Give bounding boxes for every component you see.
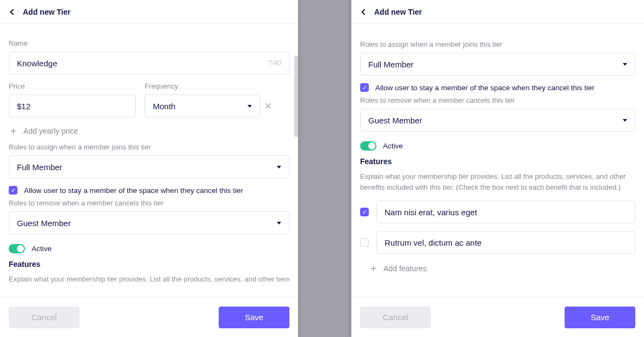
active-label: Active — [32, 245, 52, 253]
cancel-button[interactable]: Cancel — [9, 307, 79, 328]
plus-icon: ＋ — [9, 126, 18, 135]
name-input[interactable] — [17, 59, 269, 68]
add-yearly-price[interactable]: ＋ Add yearly price — [9, 126, 289, 135]
allow-stay-row: ✓ Allow user to stay a member of the spa… — [360, 83, 635, 92]
back-icon[interactable] — [10, 9, 16, 15]
name-input-wrap: 7/40 — [9, 52, 289, 74]
frequency-label: Frequency — [145, 82, 272, 90]
roles-assign-select[interactable]: Full Member — [9, 155, 289, 178]
form-body: Roles to assign when a member joins this… — [351, 24, 644, 297]
allow-stay-checkbox[interactable]: ✓ — [9, 186, 17, 195]
clear-frequency-icon[interactable]: ✕ — [264, 101, 272, 112]
price-label: Price — [9, 82, 136, 90]
header: Add new Tier — [0, 0, 298, 24]
price-input-wrap — [9, 95, 136, 117]
roles-assign-value: Full Member — [17, 163, 62, 172]
right-panel: Add new Tier Roles to assign when a memb… — [351, 0, 644, 337]
scroll-fade — [0, 279, 298, 297]
active-label: Active — [383, 142, 403, 150]
roles-assign-select[interactable]: Full Member — [360, 53, 635, 76]
allow-stay-label: Allow user to stay a member of the space… — [375, 84, 595, 92]
check-icon: ✓ — [11, 188, 16, 194]
feature-row: Rutrum vel, dictum ac ante — [360, 231, 635, 254]
active-toggle[interactable] — [360, 141, 376, 151]
roles-assign-label: Roles to assign when a member joins this… — [9, 143, 289, 151]
check-icon: ✓ — [362, 209, 367, 215]
page-title: Add new Tier — [23, 8, 71, 16]
name-counter: 7/40 — [269, 59, 281, 67]
feature-checkbox[interactable] — [360, 238, 369, 247]
roles-remove-select[interactable]: Guest Member — [9, 211, 289, 234]
add-yearly-label: Add yearly price — [23, 127, 78, 135]
roles-remove-select[interactable]: Guest Member — [360, 109, 635, 132]
save-button[interactable]: Save — [565, 307, 635, 328]
save-button[interactable]: Save — [219, 307, 289, 328]
chevron-down-icon — [277, 222, 281, 224]
chevron-down-icon — [623, 63, 627, 66]
frequency-select[interactable]: Month — [145, 95, 260, 117]
chevron-down-icon — [623, 119, 627, 122]
roles-remove-label: Roles to remove when a member cancels th… — [360, 96, 635, 104]
add-features[interactable]: ＋ Add features — [369, 264, 635, 273]
plus-icon: ＋ — [369, 264, 378, 273]
allow-stay-row: ✓ Allow user to stay a member of the spa… — [9, 186, 289, 195]
form-body: Name 7/40 Price Frequency Month ✕ — [0, 24, 298, 297]
page-title: Add new Tier — [374, 8, 422, 16]
footer: Cancel Save — [351, 297, 644, 337]
roles-assign-value: Full Member — [368, 60, 413, 69]
features-title: Features — [360, 157, 635, 166]
feature-text: Nam nisi erat, varius eget — [385, 208, 477, 217]
feature-input[interactable]: Rutrum vel, dictum ac ante — [376, 231, 635, 254]
allow-stay-label: Allow user to stay a member of the space… — [24, 186, 243, 195]
roles-remove-label: Roles to remove when a member cancels th… — [9, 199, 289, 207]
feature-checkbox[interactable]: ✓ — [360, 208, 369, 216]
footer: Cancel Save — [0, 297, 298, 337]
left-panel: Add new Tier Name 7/40 Price Frequency M… — [0, 0, 298, 337]
feature-text: Rutrum vel, dictum ac ante — [385, 238, 481, 247]
name-label: Name — [9, 39, 289, 47]
feature-row: ✓ Nam nisi erat, varius eget — [360, 201, 635, 223]
active-row: Active — [360, 141, 635, 151]
frequency-value: Month — [153, 102, 176, 111]
price-input[interactable] — [17, 102, 128, 111]
feature-input[interactable]: Nam nisi erat, varius eget — [376, 201, 635, 223]
roles-remove-value: Guest Member — [17, 219, 71, 228]
roles-assign-label: Roles to assign when a member joins this… — [360, 40, 635, 48]
add-features-label: Add features — [383, 264, 426, 273]
features-title: Features — [9, 260, 289, 269]
active-toggle[interactable] — [9, 244, 25, 253]
scrollbar[interactable] — [294, 55, 298, 137]
header: Add new Tier — [351, 0, 644, 24]
cancel-button[interactable]: Cancel — [360, 307, 431, 328]
roles-remove-value: Guest Member — [368, 116, 422, 125]
chevron-down-icon — [247, 105, 252, 108]
features-desc: Explain what your membership tier provid… — [360, 171, 635, 193]
check-icon: ✓ — [362, 85, 367, 91]
active-row: Active — [9, 244, 289, 253]
back-icon[interactable] — [361, 9, 367, 15]
chevron-down-icon — [277, 166, 281, 168]
allow-stay-checkbox[interactable]: ✓ — [360, 83, 369, 92]
